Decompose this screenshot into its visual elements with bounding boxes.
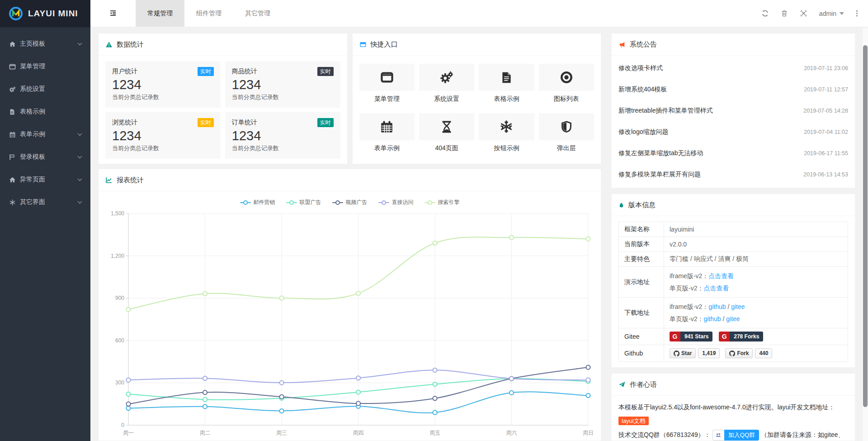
row-value: iframe版-v2：github / gitee 单页版-v2：github … bbox=[664, 298, 848, 328]
card-version-info: 版本信息 框架名称 layuimini 当前版本 v2.0.0 主要特色 零门槛… bbox=[611, 194, 855, 368]
sidebar-item-label: 表格示例 bbox=[20, 108, 45, 116]
trash-icon[interactable] bbox=[781, 9, 788, 17]
logo-text: LAYUI MINI bbox=[28, 9, 78, 19]
sidebar-item-menu-manage[interactable]: 菜单管理 bbox=[0, 55, 90, 78]
quick-label: 表格示例 bbox=[479, 95, 534, 103]
logo-mark-icon bbox=[8, 6, 24, 21]
legend-item[interactable]: 直接访问 bbox=[378, 199, 414, 206]
svg-text:周日: 周日 bbox=[583, 430, 594, 436]
svg-text:300: 300 bbox=[115, 379, 124, 386]
fullscreen-icon[interactable] bbox=[800, 9, 807, 17]
announcement-item: 新增系统404模板2019-07-11 12:57 bbox=[618, 79, 848, 100]
sidebar-item-home-template[interactable]: 主页模板 bbox=[0, 33, 90, 55]
legend-item[interactable]: 视频广告 bbox=[332, 199, 368, 206]
svg-text:周五: 周五 bbox=[429, 430, 440, 436]
outdent-icon bbox=[109, 9, 117, 17]
announcement-date: 2019-07-05 14:28 bbox=[803, 108, 848, 114]
github-fork-button[interactable]: Fork bbox=[725, 348, 753, 358]
announcement-item: 修复左侧菜单缩放tab无法移动2019-06-17 11:55 bbox=[618, 142, 848, 164]
sidebar-item-login-template[interactable]: 登录模板 bbox=[0, 146, 90, 168]
announcement-item: 修改选项卡样式2019-07-11 23:06 bbox=[618, 57, 848, 79]
sidebar-item-other-pages[interactable]: 其它界面 bbox=[0, 191, 90, 213]
card-title: 系统公告 bbox=[630, 40, 657, 49]
github-fork-count[interactable]: 440 bbox=[755, 348, 772, 358]
download-link-github-iframe[interactable]: github bbox=[708, 303, 726, 310]
line-chart-icon bbox=[105, 177, 113, 184]
line-chart-svg: 03006009001,2001,500周一周二周三周四周五周六周日 bbox=[104, 207, 595, 439]
quick-item-icon-list[interactable]: 图标列表 bbox=[539, 64, 594, 103]
calendar-icon bbox=[9, 131, 20, 138]
chevron-down-icon bbox=[77, 178, 82, 181]
gitee-forks-badge[interactable]: G278 Forks bbox=[719, 332, 763, 341]
dot-circle-icon bbox=[539, 64, 594, 91]
stat-label: 用户统计 bbox=[112, 67, 137, 76]
table-row: 框架名称 layuimini bbox=[619, 222, 848, 237]
card-title: 数据统计 bbox=[117, 40, 144, 49]
sidebar-item-error-pages[interactable]: 异常页面 bbox=[0, 168, 90, 191]
join-qq-group-badge[interactable]: 加入QQ群 bbox=[712, 430, 759, 441]
chevron-down-icon bbox=[77, 133, 82, 136]
quick-item-table-demo[interactable]: 表格示例 bbox=[479, 64, 534, 103]
gitee-stars-badge[interactable]: G941 Stars bbox=[670, 332, 712, 341]
more-options-icon[interactable] bbox=[856, 9, 858, 17]
right-column: 系统公告 修改选项卡样式2019-07-11 23:06 新增系统404模板20… bbox=[611, 33, 855, 441]
stat-grid: 用户统计实时 1234 当前分类总记录数 商品统计实时 1234 当前分类总记录… bbox=[105, 61, 340, 159]
layui-doc-badge[interactable]: layui文档 bbox=[618, 417, 649, 425]
warning-triangle-icon bbox=[105, 41, 113, 48]
sidebar-collapse-button[interactable] bbox=[90, 0, 136, 27]
shield-icon bbox=[539, 113, 594, 140]
github-star-count[interactable]: 1,419 bbox=[698, 348, 720, 358]
quick-item-404-page[interactable]: 404页面 bbox=[419, 113, 474, 152]
download-link-github-spa[interactable]: github bbox=[703, 315, 721, 322]
quick-item-menu-manage[interactable]: 菜单管理 bbox=[359, 64, 415, 103]
card-report-stats: 报表统计 邮件营销联盟广告视频广告直接访问搜索引擎 03006009001,20… bbox=[98, 169, 601, 441]
window-icon bbox=[359, 41, 367, 48]
quick-item-form-demo[interactable]: 表单示例 bbox=[359, 113, 415, 152]
calendar-icon bbox=[359, 113, 415, 140]
legend-label: 邮件营销 bbox=[254, 199, 275, 206]
user-menu[interactable]: admin bbox=[819, 10, 844, 17]
announcement-item: 新增treetable插件和菜单管理样式2019-07-05 14:28 bbox=[618, 100, 848, 121]
tab-component-manage[interactable]: 组件管理 bbox=[184, 0, 233, 27]
table-row: 下载地址 iframe版-v2：github / gitee 单页版-v2：gi… bbox=[619, 298, 848, 328]
hourglass-icon bbox=[419, 113, 474, 140]
demo-link-iframe[interactable]: 点击查看 bbox=[708, 272, 734, 280]
sidebar-item-form-demo[interactable]: 表单示例 bbox=[0, 123, 90, 146]
svg-text:900: 900 bbox=[115, 295, 124, 301]
quick-label: 菜单管理 bbox=[359, 95, 415, 103]
row-value: iframe版-v2：点击查看 单页版-v2：点击查看 bbox=[664, 267, 848, 298]
legend-item[interactable]: 搜索引擎 bbox=[425, 199, 460, 206]
chevron-down-icon bbox=[77, 156, 82, 159]
download-link-gitee-spa[interactable]: gitee bbox=[726, 315, 740, 322]
gitee-logo-icon: G bbox=[719, 332, 730, 341]
qq-people-icon bbox=[712, 430, 724, 441]
svg-text:周一: 周一 bbox=[123, 430, 134, 436]
svg-text:1,200: 1,200 bbox=[111, 253, 124, 259]
demo-link-spa[interactable]: 点击查看 bbox=[703, 285, 729, 292]
tab-regular-manage[interactable]: 常规管理 bbox=[136, 0, 184, 27]
sidebar-item-label: 异常页面 bbox=[20, 175, 45, 184]
stat-value: 1234 bbox=[232, 77, 334, 92]
main-content: 数据统计 用户统计实时 1234 当前分类总记录数 商品统计实时 1234 当前… bbox=[90, 27, 868, 441]
refresh-icon[interactable] bbox=[761, 9, 769, 17]
download-link-gitee-iframe[interactable]: gitee bbox=[731, 303, 745, 310]
row-label: Github bbox=[619, 345, 664, 362]
quick-item-button-demo[interactable]: 按钮示例 bbox=[479, 113, 534, 152]
sidebar-item-system-settings[interactable]: 系统设置 bbox=[0, 78, 90, 100]
announcement-date: 2019-06-13 14:53 bbox=[803, 171, 848, 178]
quick-item-system-settings[interactable]: 系统设置 bbox=[419, 64, 474, 103]
sidebar-item-table-demo[interactable]: 表格示例 bbox=[0, 100, 90, 123]
stat-box-views: 浏览统计实时 1234 当前分类总记录数 bbox=[105, 112, 221, 159]
quick-label: 按钮示例 bbox=[479, 144, 534, 152]
card-title: 快捷入口 bbox=[371, 40, 398, 49]
github-star-button[interactable]: Star bbox=[670, 348, 696, 358]
card-author-words: 作者心语 本模板基于layui2.5.4以及font-awesome-4.7.0… bbox=[611, 373, 855, 441]
quick-item-popup-layer[interactable]: 弹出层 bbox=[539, 113, 594, 152]
row-label: 下载地址 bbox=[619, 298, 664, 328]
gears-icon bbox=[419, 64, 474, 91]
tab-other-manage[interactable]: 其它管理 bbox=[233, 0, 282, 27]
legend-item[interactable]: 联盟广告 bbox=[286, 199, 321, 206]
legend-item[interactable]: 邮件营销 bbox=[240, 199, 275, 206]
announcement-date: 2019-07-04 11:02 bbox=[804, 129, 848, 135]
scrollbar-thumb[interactable] bbox=[863, 45, 868, 407]
